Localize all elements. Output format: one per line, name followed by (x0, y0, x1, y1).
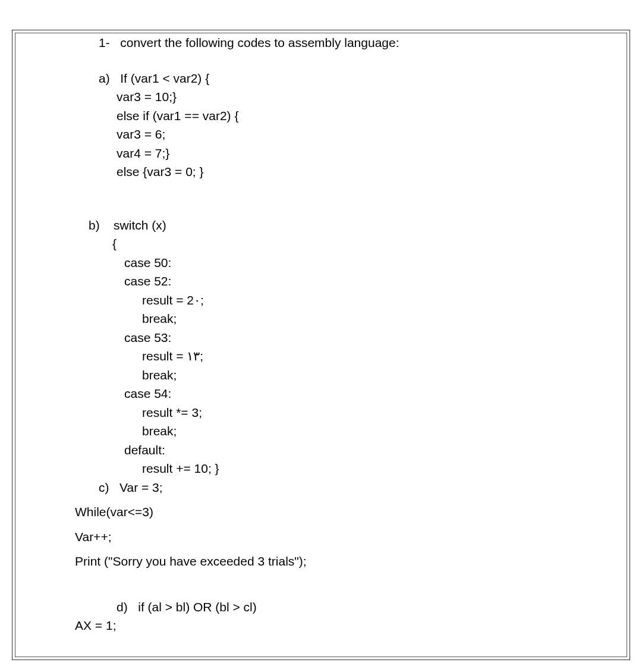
code-line: case 53: (124, 328, 567, 347)
code-line: If (var1 < var2) { (120, 71, 209, 85)
part-c-label: c) (99, 481, 109, 494)
code-line: default: (124, 441, 567, 460)
code-line: Var++; (75, 527, 567, 547)
code-line: result += 10; } (142, 459, 567, 478)
part-d-label: d) (117, 600, 128, 614)
question-prompt: convert the following codes to assembly … (120, 36, 399, 49)
code-line: result = ١٣; (142, 347, 567, 366)
code-line: else {var3 = 0; } (117, 162, 567, 181)
code-line: else if (var1 == var2) { (117, 106, 567, 125)
code-line: While(var<=3) (75, 503, 567, 522)
part-c-first-line: c) Var = 3; (99, 478, 567, 497)
part-a: a) If (var1 < var2) { var3 = 10;} else i… (99, 69, 567, 181)
part-c: c) Var = 3; (99, 478, 567, 497)
part-b: b) switch (x) { case 50: case 52: result… (89, 216, 567, 478)
code-line: break; (142, 422, 567, 441)
part-a-first-line: a) If (var1 < var2) { (99, 69, 567, 88)
code-line: break; (142, 309, 567, 328)
part-a-label: a) (99, 71, 110, 85)
code-line: var3 = 10;} (117, 87, 567, 106)
code-line: result = 2٠; (142, 291, 567, 310)
code-line: if (al > bl) OR (bl > cl) (138, 600, 257, 614)
code-line: Print ("Sorry you have exceeded 3 trials… (75, 552, 567, 571)
page-border: 1- convert the following codes to assemb… (12, 30, 630, 660)
question-header: 1- convert the following codes to assemb… (99, 33, 567, 52)
code-line: AX = 1; (75, 616, 567, 635)
part-b-first-line: b) switch (x) (89, 216, 567, 235)
code-line: Var = 3; (119, 481, 163, 494)
part-b-label: b) (89, 218, 100, 232)
code-line: { (112, 234, 567, 253)
code-line: case 52: (124, 272, 567, 291)
code-line: break; (142, 366, 567, 385)
code-line: switch (x) (114, 218, 166, 232)
document-content: 1- convert the following codes to assemb… (15, 33, 627, 657)
code-line: result *= 3; (142, 403, 567, 422)
code-line: var4 = 7;} (117, 144, 567, 163)
code-line: case 50: (124, 253, 567, 272)
question-number: 1- (99, 36, 110, 49)
code-line: var3 = 6; (117, 125, 567, 144)
code-line: case 54: (124, 384, 567, 403)
part-d: d) if (al > bl) OR (bl > cl) (117, 598, 567, 617)
